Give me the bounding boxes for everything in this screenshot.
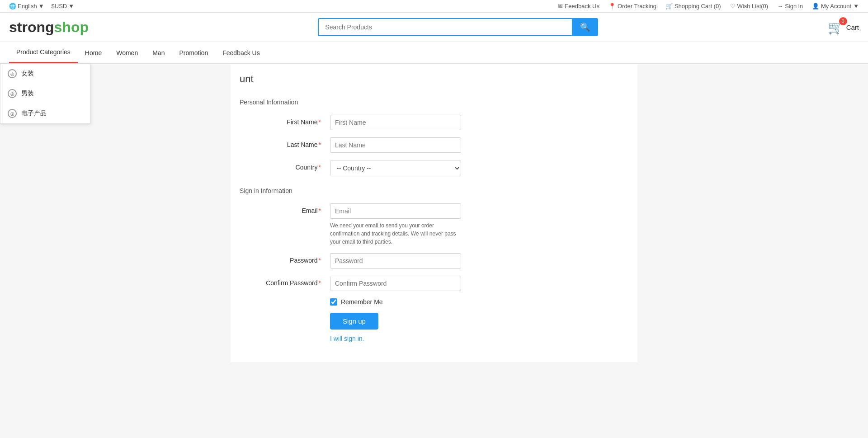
category-label: 女装 <box>21 70 34 78</box>
cart-label: Cart <box>846 24 859 31</box>
email-row: Email* We need your email to send you yo… <box>240 203 628 246</box>
nav-item-women[interactable]: Women <box>109 43 145 63</box>
last-name-input[interactable] <box>330 137 461 153</box>
category-icon: ◎ <box>8 109 17 118</box>
signin-section-title: Sign in Information <box>240 187 628 196</box>
top-bar-left: 🌐 English ▼ $USD ▼ <box>9 3 74 9</box>
category-label: 电子产品 <box>21 109 47 118</box>
email-control: We need your email to send you your orde… <box>330 203 461 246</box>
chevron-down-icon: ▼ <box>38 3 44 9</box>
email-input[interactable] <box>330 203 461 219</box>
confirm-password-label: Confirm Password* <box>240 276 330 287</box>
country-control: -- Country -- United States United Kingd… <box>330 160 461 176</box>
signin-info-section: Sign in Information Email* We need your … <box>240 187 628 342</box>
cart-badge: 0 <box>839 17 847 25</box>
user-icon: 👤 <box>812 3 819 9</box>
heart-icon: ♡ <box>730 3 736 9</box>
nav-bar: Product Categories Home Women Man Promot… <box>0 42 868 64</box>
remember-me-checkbox[interactable] <box>330 298 337 306</box>
password-input[interactable] <box>330 253 461 268</box>
password-row: Password* <box>240 253 628 268</box>
logo[interactable]: strongshop <box>9 19 89 36</box>
email-help-text: We need your email to send you your orde… <box>330 221 461 246</box>
nav-item-product-categories[interactable]: Product Categories <box>9 42 78 63</box>
personal-info-section: Personal Information First Name* Last Na… <box>240 99 628 176</box>
cart-icon-wrap: 🛒 0 <box>828 20 844 35</box>
top-bar-right: ✉ Feedback Us 📍 Order Tracking 🛒 Shoppin… <box>558 3 859 9</box>
signup-button[interactable]: Sign up <box>330 313 378 330</box>
category-item-women-clothes[interactable]: ◎ 女装 <box>0 64 90 84</box>
category-item-electronics[interactable]: ◎ 电子产品 <box>0 104 90 123</box>
confirm-password-control <box>330 276 461 291</box>
first-name-control <box>330 115 461 130</box>
confirm-password-input[interactable] <box>330 276 461 291</box>
top-bar: 🌐 English ▼ $USD ▼ ✉ Feedback Us 📍 Order… <box>0 0 868 13</box>
country-label: Country* <box>240 160 330 171</box>
category-item-men-clothes[interactable]: ◎ 男装 <box>0 84 90 104</box>
nav-item-man[interactable]: Man <box>145 43 172 63</box>
sign-in-link[interactable]: → Sign in <box>777 3 803 9</box>
feedback-icon: ✉ <box>558 3 563 9</box>
wish-list-link[interactable]: ♡ Wish List(0) <box>730 3 769 9</box>
first-name-row: First Name* <box>240 115 628 130</box>
last-name-label: Last Name* <box>240 137 330 148</box>
email-label: Email* <box>240 203 330 214</box>
header: strongshop 🔍 🛒 0 Cart <box>0 13 868 42</box>
cart-area[interactable]: 🛒 0 Cart <box>828 20 859 35</box>
confirm-password-row: Confirm Password* <box>240 276 628 291</box>
country-row: Country* -- Country -- United States Uni… <box>240 160 628 176</box>
search-button[interactable]: 🔍 <box>572 18 598 36</box>
category-icon: ◎ <box>8 69 17 78</box>
chevron-down-icon: ▼ <box>68 3 74 9</box>
personal-section-title: Personal Information <box>240 99 628 108</box>
password-control <box>330 253 461 268</box>
nav-item-promotion[interactable]: Promotion <box>172 43 215 63</box>
feedback-link[interactable]: ✉ Feedback Us <box>558 3 599 9</box>
password-label: Password* <box>240 253 330 264</box>
signin-icon: → <box>777 3 783 9</box>
language-selector[interactable]: 🌐 English ▼ <box>9 3 44 9</box>
globe-icon: 🌐 <box>9 3 16 9</box>
shopping-cart-link[interactable]: 🛒 Shopping Cart (0) <box>665 3 721 9</box>
location-icon: 📍 <box>609 3 616 9</box>
country-select[interactable]: -- Country -- United States United Kingd… <box>330 160 461 176</box>
first-name-label: First Name* <box>240 115 330 126</box>
chevron-down-icon: ▼ <box>853 3 859 9</box>
cart-icon: 🛒 <box>665 3 673 9</box>
first-name-input[interactable] <box>330 115 461 130</box>
remember-me-label[interactable]: Remember Me <box>341 298 383 306</box>
search-input[interactable] <box>318 18 572 36</box>
logo-shop: shop <box>54 19 89 35</box>
signin-link[interactable]: I will sign in. <box>330 335 628 342</box>
nav-item-home[interactable]: Home <box>78 43 109 63</box>
nav-item-feedback[interactable]: Feedback Us <box>215 43 267 63</box>
last-name-row: Last Name* <box>240 137 628 153</box>
order-tracking-link[interactable]: 📍 Order Tracking <box>609 3 656 9</box>
search-bar: 🔍 <box>318 18 598 36</box>
remember-me-row: Remember Me <box>330 298 628 306</box>
currency-label: $USD <box>52 3 67 9</box>
last-name-control <box>330 137 461 153</box>
main-content: unt Personal Information First Name* Las… <box>231 64 637 362</box>
category-icon: ◎ <box>8 89 17 98</box>
language-label: English <box>18 3 37 9</box>
page-title: unt <box>240 73 628 89</box>
category-dropdown: ◎ 女装 ◎ 男装 ◎ 电子产品 <box>0 63 90 124</box>
my-account-link[interactable]: 👤 My Account ▼ <box>812 3 859 9</box>
category-label: 男装 <box>21 89 34 98</box>
currency-selector[interactable]: $USD ▼ <box>52 3 75 9</box>
logo-strong: strong <box>9 19 54 35</box>
